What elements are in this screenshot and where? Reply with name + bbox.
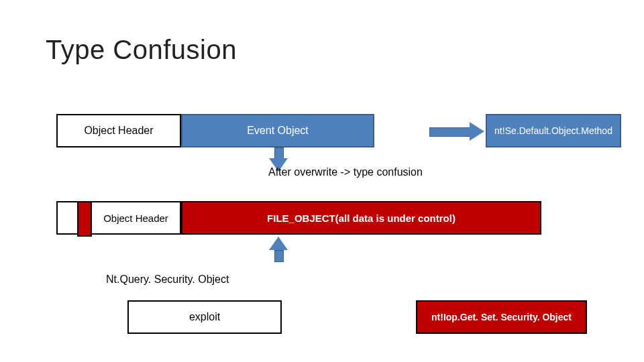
arrow-row1-shaft [429,127,471,137]
object-header-box-2: Object Header [91,201,181,235]
arrow-row1-head [470,122,484,141]
se-default-method-box: nt!Se.Default.Object.Method [486,114,621,147]
object-header-box-1: Object Header [56,114,181,147]
file-object-box: FILE_OBJECT(all data is under control) [181,201,541,235]
overwrite-strip [77,201,92,237]
iop-get-set-box: nt!Iop.Get. Set. Security. Object [416,300,587,334]
overwrite-label: After overwrite -> type confusion [268,166,423,178]
exploit-box: exploit [127,300,282,334]
ntquery-label: Nt.Query. Security. Object [106,274,229,286]
arrow-up-head [269,237,288,250]
arrow-up-shaft [274,250,284,262]
slide-title: Type Confusion [46,35,237,65]
event-object-box: Event Object [181,114,374,147]
